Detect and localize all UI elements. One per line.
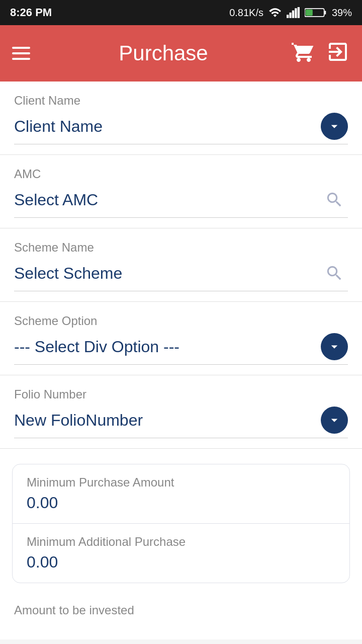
svg-rect-6 [324, 11, 326, 14]
battery-icon [305, 7, 327, 18]
min-additional-purchase-row: Minimum Additional Purchase 0.00 [13, 523, 349, 583]
scheme-name-label: Scheme Name [14, 240, 348, 255]
client-name-label: Client Name [14, 94, 348, 108]
info-card: Minimum Purchase Amount 0.00 Minimum Add… [12, 464, 350, 583]
folio-number-row[interactable]: New FolioNumber [14, 407, 348, 438]
scheme-option-row[interactable]: --- Select Div Option --- [14, 333, 348, 365]
folio-number-dropdown[interactable] [321, 407, 348, 434]
network-speed: 0.81K/s [229, 7, 263, 19]
min-additional-value: 0.00 [27, 553, 335, 572]
app-bar-icons [292, 40, 350, 67]
amc-label: AMC [14, 167, 348, 181]
chevron-down-icon [327, 413, 342, 428]
cart-icon [292, 40, 316, 64]
svg-rect-4 [298, 7, 300, 18]
svg-rect-7 [306, 10, 313, 16]
client-name-dropdown[interactable] [321, 113, 348, 140]
min-purchase-row: Minimum Purchase Amount 0.00 [13, 464, 349, 523]
svg-rect-0 [287, 15, 289, 18]
scheme-option-group: Scheme Option --- Select Div Option --- [0, 302, 362, 375]
menu-button[interactable] [12, 47, 30, 60]
scheme-name-group: Scheme Name Select Scheme [0, 228, 362, 302]
status-bar: 8:26 PM 0.81K/s 39% [0, 0, 362, 25]
scheme-option-dropdown[interactable] [321, 333, 348, 360]
folio-number-value: New FolioNumber [14, 411, 143, 430]
status-right: 0.81K/s 39% [229, 7, 352, 19]
amount-label: Amount to be invested [0, 598, 362, 619]
amc-search-icon-wrap [321, 186, 348, 213]
form-content: Client Name Client Name AMC Select AMC S… [0, 82, 362, 639]
amc-row[interactable]: Select AMC [14, 186, 348, 218]
search-icon [325, 264, 344, 283]
scheme-name-value: Select Scheme [14, 264, 122, 283]
min-purchase-value: 0.00 [27, 494, 335, 512]
client-name-group: Client Name Client Name [0, 82, 362, 155]
chevron-down-icon [327, 339, 342, 354]
chevron-down-icon [327, 119, 342, 134]
battery-percent: 39% [332, 7, 352, 19]
status-time: 8:26 PM [10, 6, 52, 19]
min-additional-label: Minimum Additional Purchase [27, 535, 335, 549]
wifi-icon [268, 7, 282, 18]
signal-icon [287, 7, 300, 18]
exit-icon [326, 40, 350, 64]
cart-button[interactable] [292, 40, 316, 67]
client-name-row[interactable]: Client Name [14, 113, 348, 144]
exit-button[interactable] [326, 40, 350, 67]
scheme-option-value: --- Select Div Option --- [14, 338, 179, 356]
svg-rect-2 [292, 11, 294, 18]
svg-rect-1 [289, 13, 291, 18]
scheme-option-label: Scheme Option [14, 314, 348, 328]
page-title: Purchase [47, 41, 280, 65]
folio-number-label: Folio Number [14, 387, 348, 401]
search-icon [325, 190, 344, 209]
scheme-name-row[interactable]: Select Scheme [14, 260, 348, 291]
amc-group: AMC Select AMC [0, 155, 362, 228]
min-purchase-label: Minimum Purchase Amount [27, 475, 335, 490]
folio-number-group: Folio Number New FolioNumber [0, 375, 362, 449]
amc-value: Select AMC [14, 191, 98, 209]
client-name-value: Client Name [14, 117, 103, 136]
svg-rect-3 [295, 8, 297, 18]
scheme-search-icon-wrap [321, 260, 348, 287]
app-bar: Purchase [0, 25, 362, 82]
